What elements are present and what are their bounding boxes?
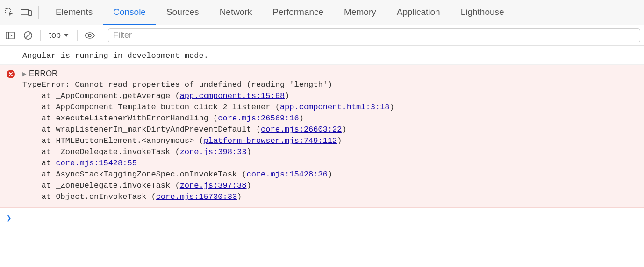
tab-lighthouse[interactable]: Lighthouse [451, 0, 515, 25]
tab-performance[interactable]: Performance [262, 0, 334, 25]
tab-memory[interactable]: Memory [334, 0, 386, 25]
tab-sources[interactable]: Sources [156, 0, 209, 25]
stack-frame: at executeListenerWithErrorHandling (cor… [22, 113, 644, 124]
stack-frame: at AppComponent_Template_button_click_2_… [22, 102, 644, 113]
tab-label: Performance [272, 7, 323, 17]
inspect-element-button[interactable] [2, 5, 17, 20]
stack-frame: at Object.onInvokeTask (core.mjs:15730:3… [22, 191, 644, 203]
error-header-line[interactable]: ▶ ERROR [22, 68, 644, 79]
devtools-tabbar: Elements Console Sources Network Perform… [0, 0, 644, 25]
tab-label: Network [220, 7, 252, 17]
source-link[interactable]: core.mjs:15730:33 [156, 192, 237, 201]
inspect-icon [4, 7, 14, 18]
source-link[interactable]: app.component.html:3:18 [280, 103, 390, 112]
separator [38, 6, 39, 19]
separator [77, 30, 78, 41]
svg-line-6 [26, 33, 31, 38]
filter-input[interactable] [108, 28, 640, 42]
svg-rect-3 [6, 32, 14, 39]
stack-frame: at HTMLButtonElement.<anonymous> (platfo… [22, 135, 644, 147]
disclosure-triangle-icon: ▶ [22, 68, 26, 79]
tab-console[interactable]: Console [103, 0, 156, 25]
chevron-down-icon [64, 34, 69, 37]
error-icon [7, 70, 15, 78]
log-text: Angular is running in development mode. [22, 51, 208, 60]
svg-rect-2 [29, 10, 31, 15]
console-toolbar: top [0, 25, 644, 46]
source-link[interactable]: platform-browser.mjs:749:112 [204, 136, 337, 145]
tab-label: Memory [344, 7, 376, 17]
source-link[interactable]: core.mjs:26569:16 [218, 114, 299, 123]
prompt-caret: ❯ [7, 213, 12, 223]
device-toolbar-button[interactable] [19, 5, 34, 20]
error-gutter [7, 70, 15, 78]
tab-label: Sources [166, 7, 199, 17]
sidebar-icon [6, 31, 15, 40]
clear-console-button[interactable] [21, 29, 35, 42]
execution-context-selector[interactable]: top [46, 30, 72, 40]
stack-frame: at wrapListenerIn_markDirtyAndPreventDef… [22, 124, 644, 135]
stack-frame: at _ZoneDelegate.invokeTask (zone.js:397… [22, 180, 644, 191]
source-link[interactable]: core.mjs:26603:22 [261, 125, 342, 134]
toggle-sidebar-button[interactable] [4, 29, 17, 42]
clear-icon [23, 31, 33, 40]
console-error-message: ▶ ERROR TypeError: Cannot read propertie… [0, 65, 644, 208]
tab-label: Application [397, 7, 440, 17]
svg-rect-1 [21, 9, 28, 15]
source-link[interactable]: zone.js:398:33 [180, 148, 247, 156]
stack-frame: at _AppComponent.getAverage (app.compone… [22, 91, 644, 102]
eye-icon [85, 32, 95, 39]
error-header-text: ERROR [29, 68, 57, 79]
tab-label: Lighthouse [461, 7, 504, 17]
error-body: ▶ ERROR TypeError: Cannot read propertie… [0, 68, 644, 203]
context-label: top [49, 30, 61, 40]
console-log-message: Angular is running in development mode. [0, 49, 644, 65]
stack-frame: at _ZoneDelegate.invokeTask (zone.js:398… [22, 147, 644, 158]
stack-frame: at core.mjs:15428:55 [22, 158, 644, 169]
source-link[interactable]: core.mjs:15428:55 [56, 159, 136, 168]
source-link[interactable]: zone.js:397:38 [180, 181, 247, 190]
svg-point-7 [88, 34, 91, 37]
separator [102, 30, 102, 41]
source-link[interactable]: core.mjs:15428:36 [246, 170, 327, 179]
console-output: Angular is running in development mode. … [0, 46, 644, 224]
source-link[interactable]: app.component.ts:15:68 [180, 91, 285, 100]
panel-tabs: Elements Console Sources Network Perform… [45, 0, 515, 25]
error-message-text: TypeError: Cannot read properties of und… [22, 80, 332, 89]
separator [40, 30, 41, 41]
tab-network[interactable]: Network [209, 0, 263, 25]
stack-frame: at AsyncStackTaggingZoneSpec.onInvokeTas… [22, 169, 644, 180]
tab-label: Console [113, 7, 146, 17]
tab-elements[interactable]: Elements [45, 0, 103, 25]
tab-application[interactable]: Application [386, 0, 451, 25]
tab-label: Elements [56, 7, 93, 17]
console-prompt[interactable]: ❯ [0, 208, 644, 224]
error-message-line: TypeError: Cannot read properties of und… [22, 79, 644, 91]
live-expression-button[interactable] [83, 29, 96, 42]
device-icon [21, 8, 32, 17]
